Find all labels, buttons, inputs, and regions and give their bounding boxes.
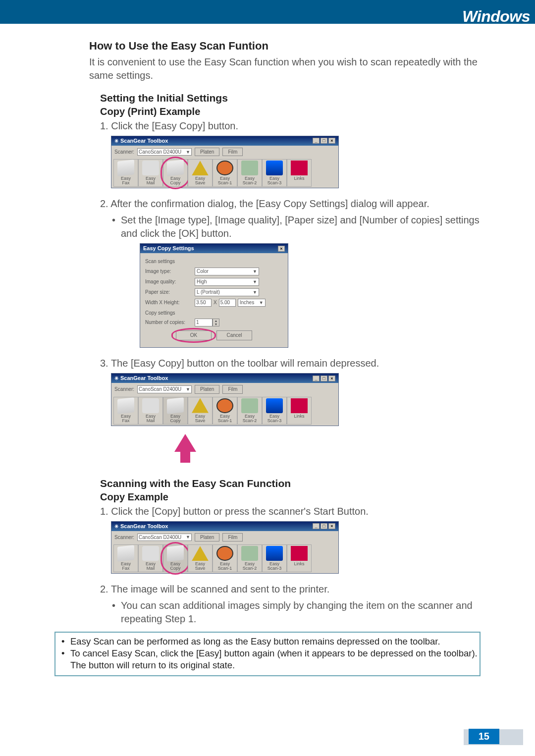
scan2-icon [241,161,258,175]
window-titlebar: ✳ ScanGear Toolbox _ □ × [111,136,338,146]
close-button[interactable]: × [278,246,285,252]
scanner-select[interactable]: CanoScan D2400U▼ [137,385,192,393]
step-2-bullet: • Set the [Image type], [Image quality],… [100,214,485,240]
units-select[interactable]: Inches▼ [238,299,266,307]
easy-mail-button[interactable]: EasyMail [138,544,163,572]
tab-film[interactable]: Film [222,533,243,542]
page-number: 15 [469,729,499,744]
image-type-select[interactable]: Color▼ [195,268,259,275]
easy-save-button[interactable]: EasySave [188,544,213,572]
section-intro: It is convenient to use the Easy Scan fu… [89,55,485,82]
close-button[interactable]: × [328,523,335,529]
height-field[interactable]: 5.00 [219,299,236,307]
scanner-value: CanoScan D2400U [139,149,181,156]
links-icon [291,161,308,175]
copies-value: 1 [195,319,213,326]
note-2: To cancel Easy Scan, click the [Easy] bu… [70,648,480,671]
image-type-label: Image type: [145,268,195,275]
fax-icon [117,160,134,177]
subsection-title: Setting the Initial Settings [100,91,485,105]
maximize-button[interactable]: □ [321,138,327,144]
width-field[interactable]: 3.50 [195,299,212,307]
easy-scan3-button[interactable]: EasyScan-3 [262,159,287,187]
easy-scan3-button[interactable]: EasyScan-3 [262,544,287,572]
step-3: 3. The [Easy Copy] button on the toolbar… [100,357,485,370]
easy-mail-button[interactable]: EasyMail [138,159,163,187]
links-button[interactable]: Links [287,397,312,425]
chevron-down-icon: ▼ [253,289,257,295]
save-icon [192,161,209,175]
copies-stepper[interactable]: 1 ▲▼ [195,319,219,326]
scangear-toolbox-window: ✳ScanGear Toolbox _□× Scanner: CanoScan … [111,373,339,426]
wh-x: X [214,299,217,306]
bullet-icon: • [61,636,70,648]
maximize-button[interactable]: □ [321,523,327,529]
easy-mail-button[interactable]: EasyMail [138,397,163,425]
tab-film[interactable]: Film [222,148,243,157]
close-button[interactable]: × [328,376,335,381]
scangear-toolbox-window: ✳ScanGear Toolbox _□× Scanner: CanoScan … [111,521,339,574]
scan3-icon [266,161,283,175]
easy-scan1-button[interactable]: EasyScan-1 [213,544,237,572]
easy-save-button[interactable]: EasySave [188,397,213,425]
step-2: 2. After the confirmation dialog, the [E… [100,197,485,211]
easy-scan1-button[interactable]: EasyScan-1 [213,397,237,425]
step-2: 2. The image will be scanned and sent to… [100,583,485,596]
minimize-button[interactable]: _ [313,138,320,144]
maximize-button[interactable]: □ [321,376,327,381]
tab-platen[interactable]: Platen [195,148,219,157]
paper-size-select[interactable]: L (Portrait)▼ [195,288,259,296]
tab-platen[interactable]: Platen [195,533,219,542]
easy-fax-button[interactable]: EasyFax [113,397,138,425]
gear-icon: ✳ [114,375,118,382]
scangear-toolbox-window: ✳ ScanGear Toolbox _ □ × Scanner: CanoSc… [111,136,339,188]
step-1: 1. Click the [Copy] button or press the … [100,505,485,518]
note-1: Easy Scan can be performed as long as th… [70,636,440,648]
mail-icon [142,161,159,175]
ok-button[interactable]: OK [176,330,212,340]
scan-settings-group-label: Scan settings [145,258,283,265]
dialog-title: Easy Copy Settings [143,245,277,252]
close-button[interactable]: × [328,138,335,144]
example-label: Copy (Print) Example [100,105,485,118]
example-label: Copy Example [100,490,485,504]
easy-scan2-button[interactable]: EasyScan-2 [237,397,262,425]
easy-scan2-button[interactable]: EasyScan-2 [237,159,262,187]
bullet-icon: • [112,214,121,240]
gear-icon: ✳ [114,523,118,530]
scan1-icon [216,161,233,175]
scanner-label: Scanner: [114,149,134,156]
links-button[interactable]: Links [287,159,312,187]
tab-film[interactable]: Film [222,385,243,394]
chevron-down-icon: ▼ [186,149,190,155]
image-quality-select[interactable]: High▼ [195,278,259,286]
easy-scan3-button[interactable]: EasyScan-3 [262,397,287,425]
minimize-button[interactable]: _ [313,376,320,381]
chevron-down-icon: ▼ [186,534,190,540]
copies-label: Number of copies: [145,319,195,326]
chevron-down-icon: ▼ [259,300,264,306]
page-body: How to Use the Easy Scan Funtion It is c… [0,24,535,626]
tab-platen[interactable]: Platen [195,385,219,394]
section2-bullet: • You can scan additional images simply … [100,599,485,626]
bullet-icon: • [61,648,70,671]
gear-icon: ✳ [114,138,118,145]
easy-copy-button[interactable]: EasyCopy [163,159,188,187]
page-header: Windows [0,0,535,24]
easy-scan2-button[interactable]: EasyScan-2 [237,544,262,572]
copy-settings-group-label: Copy settings [145,310,283,317]
scanner-select[interactable]: CanoScan D2400U▼ [137,534,192,541]
cancel-button[interactable]: Cancel [216,330,252,340]
easy-scan1-button[interactable]: EasyScan-1 [213,159,237,187]
chevron-down-icon: ▼ [186,386,190,392]
easy-copy-button-depressed[interactable]: EasyCopy [163,544,188,572]
easy-save-button[interactable]: EasySave [188,159,213,187]
easy-copy-button-depressed[interactable]: EasyCopy [163,397,188,425]
easy-fax-button[interactable]: EasyFax [113,159,138,187]
scanner-select[interactable]: CanoScan D2400U ▼ [137,148,192,156]
minimize-button[interactable]: _ [313,523,320,529]
easy-fax-button[interactable]: EasyFax [113,544,138,572]
links-button[interactable]: Links [287,544,312,572]
section-title: How to Use the Easy Scan Funtion [89,39,485,54]
stepper-arrows-icon[interactable]: ▲▼ [213,319,219,326]
